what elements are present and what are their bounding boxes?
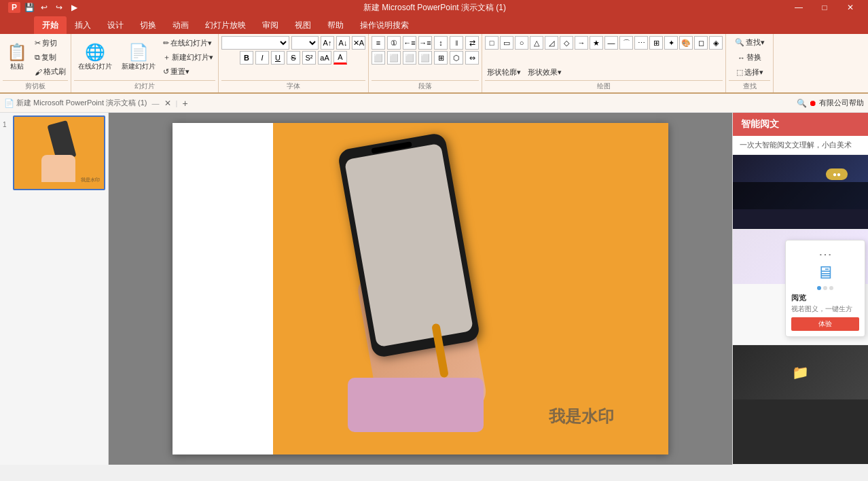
save-btn[interactable]: 💾 (23, 1, 35, 14)
justify-btn[interactable]: ⬜ (418, 51, 432, 65)
shape-curve-btn[interactable]: ⌒ (619, 36, 633, 50)
text-direction-btn[interactable]: ⇄ (465, 36, 479, 50)
convert-btn[interactable]: ⇔ (465, 51, 479, 65)
new-slide-sub-btn[interactable]: ＋新建幻灯片▾ (161, 51, 215, 64)
clear-fmt-btn[interactable]: ✕A (352, 36, 365, 50)
font-family-select[interactable] (221, 36, 289, 50)
select-btn[interactable]: ⬚选择▾ (734, 66, 765, 79)
undo-btn[interactable]: ↩ (38, 1, 50, 14)
align-left-btn[interactable]: ⬜ (372, 51, 385, 65)
shape-oval-btn[interactable]: ○ (515, 36, 528, 50)
slide-canvas[interactable]: 我是水印 (173, 123, 668, 455)
italic-btn[interactable]: I (255, 51, 269, 65)
add-tab-btn[interactable]: + (182, 98, 187, 109)
slide-thumbnail-1[interactable]: 我是水印 (13, 115, 105, 190)
copy-btn[interactable]: ⧉复制 (33, 51, 68, 64)
window-controls: — □ ✕ (786, 0, 863, 15)
format-painter-icon: 🖌 (35, 68, 42, 76)
canvas-area: 我是水印 (109, 113, 732, 465)
tab-view[interactable]: 视图 (287, 16, 319, 34)
slide-white-left (173, 123, 273, 455)
line-spacing-btn[interactable]: ↕ (434, 36, 448, 50)
bold-btn[interactable]: B (240, 51, 253, 65)
paragraph-group-body: ≡ ① ←≡ →≡ ↕ ⦀ ⇄ ⬜ ⬜ ⬜ ⬜ ⊞ ⬡ ⇔ (372, 36, 479, 79)
tab-animations[interactable]: 动画 (164, 16, 197, 34)
new-slide-btn[interactable]: 📄 新建幻灯片 (117, 41, 160, 73)
tab-insert[interactable]: 插入 (67, 16, 99, 34)
columns-btn[interactable]: ⦀ (450, 36, 463, 50)
shape-line-btn[interactable]: — (604, 36, 618, 50)
slide-thumb-bg: 我是水印 (14, 117, 104, 189)
popup-icon-top: ⋯ (791, 246, 859, 262)
online-edit-icon: ✏ (163, 39, 169, 48)
list-number-btn[interactable]: ① (387, 36, 401, 50)
right-item-3[interactable]: 📁 (733, 345, 868, 465)
online-edit-btn[interactable]: ✏在线幻灯片▾ (161, 37, 215, 50)
shape-fill-btn[interactable]: 🎨 (679, 36, 693, 50)
shape-right-tri-btn[interactable]: ◿ (545, 36, 558, 50)
experience-btn[interactable]: 体验 (791, 317, 859, 331)
shape-rounded-btn[interactable]: ▭ (500, 36, 513, 50)
font-shrink-btn[interactable]: A↓ (336, 36, 350, 50)
tab-help[interactable]: 帮助 (319, 16, 352, 34)
arrange-btn[interactable]: ⊞ (649, 36, 663, 50)
minimize-btn[interactable]: — (786, 0, 811, 15)
format-painter-btn[interactable]: 🖌格式刷 (33, 65, 68, 78)
quick-styles-btn[interactable]: ✦ (664, 36, 678, 50)
font-size-select[interactable] (291, 36, 319, 50)
reset-btn[interactable]: ↺重置▾ (161, 65, 215, 78)
ribbon-toolbar: 📋 粘贴 ✂剪切 ⧉复制 🖌格式刷 剪切板 🌐 在线幻灯片 📄 新建幻灯片 ✏在… (0, 34, 868, 94)
increase-indent-btn[interactable]: →≡ (418, 36, 432, 50)
tab-transitions[interactable]: 切换 (132, 16, 164, 34)
right-item-1[interactable]: ●● (733, 155, 868, 230)
play-btn[interactable]: ▶ (68, 1, 80, 14)
item-btn-overlay[interactable]: ●● (826, 168, 848, 180)
maximize-btn[interactable]: □ (812, 0, 837, 15)
shape-star-btn[interactable]: ★ (590, 36, 603, 50)
align-right-btn[interactable]: ⬜ (403, 51, 416, 65)
right-item-1-img: ●● (733, 155, 868, 209)
char-space-btn[interactable]: aA (318, 51, 331, 65)
underline-btn[interactable]: U (271, 51, 285, 65)
new-slide-icon: 📄 (128, 43, 149, 61)
tab-review[interactable]: 审阅 (254, 16, 287, 34)
shape-effect-btn[interactable]: ◈ (709, 36, 723, 50)
shadow-btn[interactable]: S² (302, 51, 316, 65)
title-bar: P 💾 ↩ ↪ ▶ 新建 Microsoft PowerPoint 演示文稿 (… (0, 0, 868, 15)
online-slide-btn[interactable]: 🌐 在线幻灯片 (74, 41, 116, 73)
document-icon: 📁 (792, 364, 809, 380)
find-icon: 🔍 (735, 38, 744, 47)
shape-outline-text-btn[interactable]: 形状轮廓▾ (485, 66, 523, 79)
file-icon: 📄 (4, 99, 14, 108)
shape-arrow-btn[interactable]: → (575, 36, 588, 50)
find-btn[interactable]: 🔍查找▾ (733, 36, 767, 49)
smart-reading-title: 智能阅文 (741, 118, 779, 129)
cut-btn[interactable]: ✂剪切 (33, 37, 68, 50)
shape-rect-btn[interactable]: □ (485, 36, 499, 50)
redo-btn[interactable]: ↪ (53, 1, 65, 14)
font-grow-btn[interactable]: A↑ (321, 36, 334, 50)
shape-effect-text-btn[interactable]: 形状效果▾ (526, 66, 564, 79)
shape-tri-btn[interactable]: △ (530, 36, 543, 50)
tab-search[interactable]: 操作说明搜索 (352, 16, 417, 34)
tab-slideshow[interactable]: 幻灯片放映 (197, 16, 254, 34)
close-btn[interactable]: ✕ (838, 0, 863, 15)
text-box-btn[interactable]: ⊞ (434, 51, 448, 65)
drawing-group-body: □ ▭ ○ △ ◿ ◇ → ★ — ⌒ ⋯ ⊞ ✦ 🎨 ◻ ◈ (485, 36, 723, 65)
smartart-btn[interactable]: ⬡ (450, 51, 463, 65)
tab-design[interactable]: 设计 (99, 16, 132, 34)
list-bullet-btn[interactable]: ≡ (372, 36, 385, 50)
shape-diamond-btn[interactable]: ◇ (560, 36, 573, 50)
strikethrough-btn[interactable]: S (287, 51, 300, 65)
shape-more-btn[interactable]: ⋯ (634, 36, 648, 50)
close-tab-btn[interactable]: ✕ (164, 99, 171, 108)
paste-btn[interactable]: 📋 粘贴 (3, 41, 31, 73)
right-item-2[interactable]: 💬 ⋯ 🖥 阅览 视若图义，一键生方 体验 (733, 230, 868, 345)
slide-number-1: 1 (3, 115, 13, 128)
shape-outline-btn[interactable]: ◻ (694, 36, 708, 50)
replace-btn[interactable]: ↔替换 (736, 51, 763, 64)
tab-home[interactable]: 开始 (34, 16, 67, 34)
text-align-btn[interactable]: ⬜ (387, 51, 401, 65)
font-color-btn[interactable]: A (333, 51, 347, 65)
decrease-indent-btn[interactable]: ←≡ (403, 36, 416, 50)
